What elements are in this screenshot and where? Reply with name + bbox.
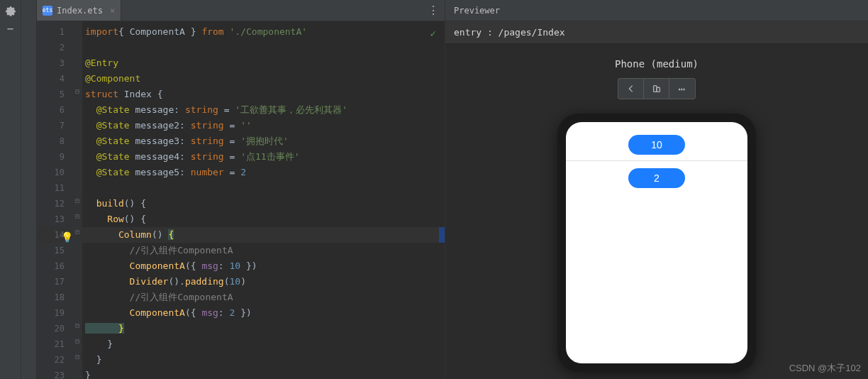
svg-rect-1 bbox=[657, 87, 660, 92]
tab-more-icon[interactable]: ⋮ bbox=[428, 4, 445, 17]
gear-icon[interactable] bbox=[5, 6, 16, 17]
previewer-entry-path: entry : /pages/Index bbox=[454, 27, 565, 38]
line-number: 10 bbox=[37, 165, 65, 180]
line-gutter: 1 2 3 4 5 6 7 8 9 10 11 12 13 14 15 16 1… bbox=[37, 21, 72, 379]
line-number: 6 bbox=[37, 102, 65, 118]
previewer-title: Previewer bbox=[454, 6, 500, 16]
line-number: 11 bbox=[37, 180, 65, 196]
tab-close-icon[interactable]: × bbox=[110, 6, 115, 16]
ets-file-icon: ets bbox=[43, 6, 52, 16]
line-number: 16 bbox=[37, 258, 65, 274]
line-number: 2 bbox=[37, 40, 65, 55]
previewer-toolbar: entry : /pages/Index bbox=[445, 21, 868, 44]
fold-icon[interactable]: ⊟ bbox=[74, 197, 81, 204]
previewer-panel: Previewer entry : /pages/Index Phone (me… bbox=[445, 0, 868, 379]
device-controls: ⋯ bbox=[618, 78, 696, 99]
line-number: 7 bbox=[37, 118, 65, 133]
bulb-icon[interactable]: 💡 bbox=[61, 229, 71, 239]
editor-area: ets Index.ets × ⋮ 1 2 3 4 5 6 7 8 9 10 1… bbox=[37, 0, 445, 379]
left-toolbar: − bbox=[0, 0, 21, 379]
fold-icon[interactable]: ⊟ bbox=[74, 338, 81, 345]
line-number: 8 bbox=[37, 133, 65, 149]
preview-button-10[interactable]: 10 bbox=[628, 135, 685, 155]
line-number: 9 bbox=[37, 149, 65, 165]
fold-icon[interactable]: ⊟ bbox=[74, 322, 81, 329]
previewer-body: Phone (medium) ⋯ 10 2 CSDN @木子102 bbox=[445, 44, 868, 379]
line-number: 23 bbox=[37, 368, 65, 379]
line-number: 21 bbox=[37, 336, 65, 352]
line-number: 13 bbox=[37, 212, 65, 227]
tab-index-ets[interactable]: ets Index.ets × bbox=[37, 0, 121, 21]
project-strip bbox=[21, 0, 37, 379]
device-label: Phone (medium) bbox=[615, 58, 699, 70]
phone-screen: 10 2 bbox=[566, 122, 747, 363]
line-number: 18 bbox=[37, 290, 65, 305]
previewer-header: Previewer bbox=[445, 0, 868, 21]
preview-divider bbox=[566, 160, 747, 161]
back-icon[interactable] bbox=[618, 79, 644, 99]
line-number: 20 bbox=[37, 321, 65, 336]
fold-column: ⊟ ⊟ ⊟ ⊟ ⊟ ⊟ ⊟ bbox=[72, 21, 82, 379]
watermark: CSDN @木子102 bbox=[789, 362, 861, 375]
line-number: 22 bbox=[37, 352, 65, 368]
line-number: 4 bbox=[37, 71, 65, 87]
editor-tab-bar: ets Index.ets × ⋮ bbox=[37, 0, 445, 21]
code-editor[interactable]: ✓ import{ ComponentA } from './Component… bbox=[82, 21, 445, 379]
minimize-icon[interactable]: − bbox=[5, 23, 16, 34]
preview-button-2[interactable]: 2 bbox=[628, 168, 685, 188]
line-number: 17 bbox=[37, 274, 65, 290]
fold-icon[interactable]: ⊟ bbox=[74, 229, 81, 236]
fold-icon[interactable]: ⊟ bbox=[74, 88, 81, 95]
line-number: 3 bbox=[37, 55, 65, 71]
rotate-icon[interactable] bbox=[644, 79, 669, 99]
line-number: 15 bbox=[37, 243, 65, 258]
line-number: 1 bbox=[37, 24, 65, 40]
more-icon[interactable]: ⋯ bbox=[669, 79, 695, 99]
line-number: 19 bbox=[37, 305, 65, 321]
fold-icon[interactable]: ⊟ bbox=[74, 353, 81, 361]
phone-mockup: 10 2 bbox=[557, 114, 756, 372]
tab-filename: Index.ets bbox=[57, 6, 103, 16]
line-number: 5 bbox=[37, 87, 65, 102]
fold-icon[interactable]: ⊟ bbox=[74, 213, 81, 220]
line-number: 12 bbox=[37, 196, 65, 212]
code-container: 1 2 3 4 5 6 7 8 9 10 11 12 13 14 15 16 1… bbox=[37, 21, 445, 379]
